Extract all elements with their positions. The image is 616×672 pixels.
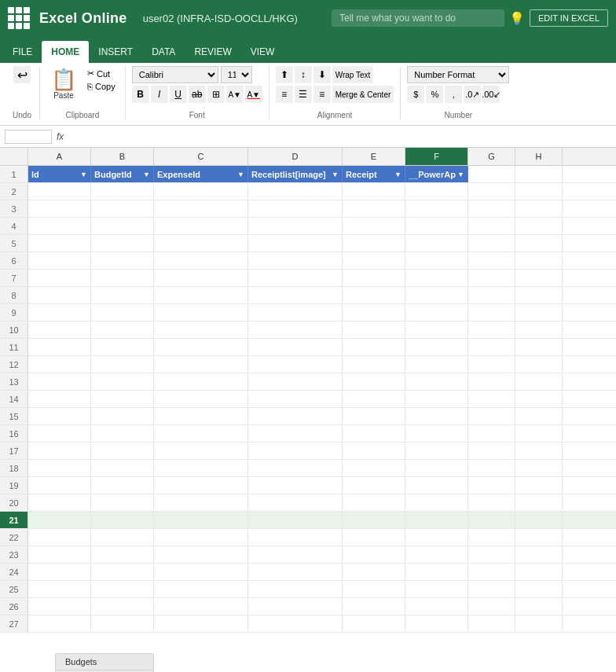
cell-H14[interactable]	[515, 391, 563, 407]
align-right-button[interactable]: ≡	[314, 86, 331, 103]
cell-F25[interactable]	[405, 581, 468, 597]
cell-E3[interactable]	[343, 200, 405, 217]
cell-E15[interactable]	[343, 408, 405, 424]
cell-F9[interactable]	[405, 304, 468, 321]
cell-F5[interactable]	[405, 235, 468, 252]
cell-H12[interactable]	[515, 356, 563, 373]
row-num-10[interactable]: 10	[0, 321, 28, 338]
cell-H25[interactable]	[515, 581, 563, 597]
cell-A22[interactable]	[28, 529, 91, 545]
cell-B8[interactable]	[91, 287, 154, 303]
cell-B17[interactable]	[91, 442, 154, 459]
cell-B25[interactable]	[91, 581, 154, 597]
row-num-16[interactable]: 16	[0, 425, 28, 442]
cell-C13[interactable]	[154, 373, 248, 390]
cell-H27[interactable]	[515, 615, 563, 632]
cell-C15[interactable]	[154, 408, 248, 424]
cell-B27[interactable]	[91, 615, 154, 632]
cell-C16[interactable]	[154, 425, 248, 442]
cell-a1[interactable]: Id ▼	[28, 166, 91, 182]
cell-D10[interactable]	[248, 321, 343, 338]
col-header-c[interactable]: C	[154, 148, 248, 165]
cell-D14[interactable]	[248, 391, 343, 407]
cell-D9[interactable]	[248, 304, 343, 321]
cell-B4[interactable]	[91, 218, 154, 234]
cell-H23[interactable]	[515, 546, 563, 563]
cell-G16[interactable]	[468, 425, 515, 442]
row-num-11[interactable]: 11	[0, 339, 28, 355]
cell-G23[interactable]	[468, 546, 515, 563]
cell-C21[interactable]	[154, 512, 248, 528]
cell-A25[interactable]	[28, 581, 91, 597]
cell-H11[interactable]	[515, 339, 563, 355]
cell-E25[interactable]	[343, 581, 405, 597]
row-num-23[interactable]: 23	[0, 546, 28, 563]
cell-A23[interactable]	[28, 546, 91, 563]
cell-D13[interactable]	[248, 373, 343, 390]
cell-B20[interactable]	[91, 494, 154, 511]
col-header-f[interactable]: F	[405, 148, 468, 165]
row-num-9[interactable]: 9	[0, 304, 28, 321]
cell-G22[interactable]	[468, 529, 515, 545]
percent-button[interactable]: %	[426, 86, 443, 103]
cell-E16[interactable]	[343, 425, 405, 442]
cell-E6[interactable]	[343, 252, 405, 269]
ribbon-tab-review[interactable]: REVIEW	[185, 41, 240, 63]
cell-f1[interactable]: __PowerAp ▼	[405, 166, 468, 182]
cell-H9[interactable]	[515, 304, 563, 321]
cell-A17[interactable]	[28, 442, 91, 459]
cell-A10[interactable]	[28, 321, 91, 338]
cell-G8[interactable]	[468, 287, 515, 303]
row-num-25[interactable]: 25	[0, 581, 28, 597]
row-num-2[interactable]: 2	[0, 183, 28, 200]
row-num-17[interactable]: 17	[0, 442, 28, 459]
cell-G18[interactable]	[468, 460, 515, 476]
cell-G27[interactable]	[468, 615, 515, 632]
cell-A12[interactable]	[28, 356, 91, 373]
cell-E11[interactable]	[343, 339, 405, 355]
cell-F6[interactable]	[405, 252, 468, 269]
cell-E24[interactable]	[343, 564, 405, 580]
cell-G25[interactable]	[468, 581, 515, 597]
cell-F18[interactable]	[405, 460, 468, 476]
cell-F21[interactable]	[405, 512, 468, 528]
cell-G12[interactable]	[468, 356, 515, 373]
cell-E7[interactable]	[343, 270, 405, 286]
cell-A16[interactable]	[28, 425, 91, 442]
cell-F17[interactable]	[405, 442, 468, 459]
cell-A14[interactable]	[28, 391, 91, 407]
edit-in-excel-button[interactable]: EDIT IN EXCEL	[530, 9, 608, 27]
cell-F3[interactable]	[405, 200, 468, 217]
cell-D12[interactable]	[248, 356, 343, 373]
cell-A19[interactable]	[28, 477, 91, 494]
cell-A11[interactable]	[28, 339, 91, 355]
cell-B24[interactable]	[91, 564, 154, 580]
cell-C23[interactable]	[154, 546, 248, 563]
cell-C22[interactable]	[154, 529, 248, 545]
cell-B3[interactable]	[91, 200, 154, 217]
cell-C10[interactable]	[154, 321, 248, 338]
cell-C3[interactable]	[154, 200, 248, 217]
cell-D15[interactable]	[248, 408, 343, 424]
cell-E8[interactable]	[343, 287, 405, 303]
ribbon-tab-insert[interactable]: INSERT	[89, 41, 142, 63]
cell-B12[interactable]	[91, 356, 154, 373]
cell-A8[interactable]	[28, 287, 91, 303]
cell-F26[interactable]	[405, 598, 468, 615]
cell-B18[interactable]	[91, 460, 154, 476]
col-header-d[interactable]: D	[248, 148, 343, 165]
cell-G17[interactable]	[468, 442, 515, 459]
cell-F12[interactable]	[405, 356, 468, 373]
cell-C11[interactable]	[154, 339, 248, 355]
cell-B23[interactable]	[91, 546, 154, 563]
align-middle-button[interactable]: ↕	[295, 66, 312, 83]
formula-input[interactable]	[68, 130, 611, 144]
cell-A9[interactable]	[28, 304, 91, 321]
row-num-22[interactable]: 22	[0, 529, 28, 545]
row-num-1[interactable]: 1	[0, 166, 28, 182]
undo-button[interactable]: ↩	[13, 66, 31, 83]
row-num-27[interactable]: 27	[0, 615, 28, 632]
align-bottom-button[interactable]: ⬇	[314, 66, 331, 83]
cell-H19[interactable]	[515, 477, 563, 494]
cell-D2[interactable]	[248, 183, 343, 200]
